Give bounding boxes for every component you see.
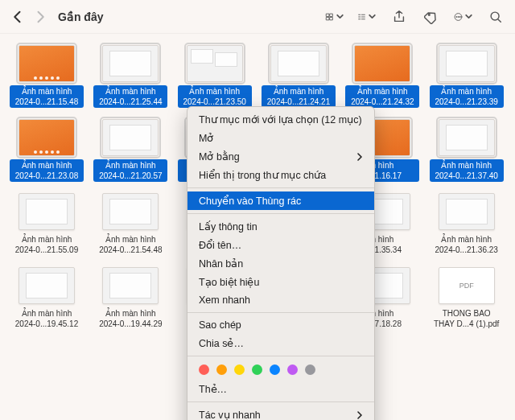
more-button[interactable] (454, 7, 473, 27)
svg-rect-2 (327, 17, 329, 19)
file-thumbnail[interactable] (270, 45, 327, 82)
menu-separator (187, 401, 374, 402)
menu-separator (187, 213, 374, 214)
menu-tags[interactable]: Thẻ… (187, 380, 374, 398)
menu-new-folder[interactable]: Thư mục mới với lựa chọn (12 mục) (187, 110, 374, 129)
tag-red[interactable] (199, 364, 209, 375)
file-thumbnail[interactable] (19, 267, 75, 304)
file-label: Ảnh màn hình2024-0...19.45.12 (10, 307, 84, 330)
file-item[interactable]: Ảnh màn hình2024-0...21.23.08 (8, 119, 85, 182)
file-thumbnail[interactable] (102, 45, 159, 82)
file-thumbnail[interactable]: PDF (439, 267, 495, 304)
menu-alias[interactable]: Tạo biệt hiệu (187, 273, 374, 291)
file-thumbnail[interactable] (439, 193, 495, 230)
share-button[interactable] (389, 7, 409, 27)
file-item[interactable]: Ảnh màn hình2024-0...21.36.23 (428, 193, 505, 256)
view-mode-button[interactable] (325, 7, 344, 27)
menu-move-to-trash[interactable]: Chuyển vào Thùng rác (187, 191, 374, 210)
file-label: Ảnh màn hình2024-0...21.36.23 (430, 233, 504, 256)
chevron-down-icon (368, 10, 377, 24)
file-item[interactable]: Ảnh màn hình2024-0...19.44.29 (92, 267, 169, 330)
menu-quick-actions[interactable]: Tác vụ nhanh (187, 406, 374, 420)
forward-button[interactable] (32, 9, 48, 25)
file-thumbnail[interactable] (19, 193, 75, 230)
svg-point-4 (428, 14, 430, 15)
svg-point-9 (491, 12, 499, 20)
file-item[interactable]: Ảnh màn hình2024-0...21.24.32 (344, 45, 421, 108)
file-thumbnail[interactable] (187, 45, 243, 82)
svg-rect-3 (330, 17, 332, 19)
file-item[interactable]: Ảnh màn hình2024-0...21.54.48 (92, 193, 169, 256)
tag-green[interactable] (252, 364, 262, 375)
tag-gray[interactable] (305, 364, 315, 375)
file-label: Ảnh màn hình2024-0...21.23.50 (178, 85, 252, 108)
file-thumbnail[interactable] (439, 45, 495, 82)
file-item[interactable]: Ảnh màn hình2024-0...21.20.57 (92, 119, 169, 182)
svg-point-6 (456, 16, 457, 17)
file-thumbnail[interactable] (439, 119, 495, 156)
file-label: Ảnh màn hình2024-0...21.23.08 (10, 159, 84, 182)
menu-duplicate[interactable]: Nhân bản (187, 254, 374, 273)
chevron-down-icon (336, 10, 344, 24)
file-item[interactable]: Ảnh màn hình2024-0...21.37.40 (428, 119, 505, 182)
window-title: Gần đây (58, 10, 103, 23)
file-label: THONG BAOTHAY D...4 (1).pdf (430, 307, 504, 330)
menu-quicklook[interactable]: Xem nhanh (187, 291, 374, 309)
menu-show-in-folder[interactable]: Hiển thị trong thư mục chứa (187, 166, 374, 184)
chevron-down-icon (464, 10, 473, 24)
svg-rect-0 (327, 14, 329, 16)
file-thumbnail[interactable] (102, 193, 159, 230)
tags-button[interactable] (422, 7, 441, 27)
menu-rename[interactable]: Đổi tên… (187, 236, 374, 254)
menu-separator (187, 187, 374, 188)
menu-share[interactable]: Chia sẻ… (187, 334, 374, 352)
file-label: Ảnh màn hình2024-0...21.24.32 (345, 85, 419, 108)
file-thumbnail[interactable] (102, 267, 159, 304)
file-label: Ảnh màn hình2024-0...19.44.29 (93, 307, 167, 330)
toolbar: Gần đây (0, 0, 515, 34)
chevron-right-icon (356, 153, 363, 161)
chevron-right-icon (356, 411, 363, 419)
search-button[interactable] (486, 7, 505, 27)
file-thumbnail[interactable] (19, 119, 75, 156)
tag-blue[interactable] (270, 364, 280, 375)
file-item[interactable]: Ảnh màn hình2024-0...19.45.12 (8, 267, 85, 330)
file-item[interactable]: Ảnh màn hình2024-0...21.25.44 (92, 45, 169, 108)
file-item[interactable]: PDFTHONG BAOTHAY D...4 (1).pdf (428, 267, 505, 330)
menu-tag-row[interactable] (187, 360, 374, 380)
file-label: Ảnh màn hình2024-0...21.25.44 (93, 85, 167, 108)
file-item[interactable]: Ảnh màn hình2024-0...21.15.48 (8, 45, 85, 108)
file-thumbnail[interactable] (19, 45, 75, 82)
menu-copy[interactable]: Sao chép (187, 316, 374, 334)
file-item[interactable]: Ảnh màn hình2024-0...21.24.21 (260, 45, 337, 108)
file-thumbnail[interactable] (102, 119, 159, 156)
back-button[interactable] (10, 9, 26, 25)
file-item[interactable]: Ảnh màn hình2024-0...21.55.09 (8, 193, 85, 256)
file-label: Ảnh màn hình2024-0...21.54.48 (93, 233, 167, 256)
tag-orange[interactable] (216, 364, 227, 375)
file-label: Ảnh màn hình2024-0...21.20.57 (93, 159, 167, 182)
tag-yellow[interactable] (234, 364, 245, 375)
context-menu: Thư mục mới với lựa chọn (12 mục) Mở Mở … (187, 106, 375, 420)
svg-rect-1 (330, 14, 332, 16)
tag-purple[interactable] (287, 364, 298, 375)
svg-point-7 (458, 16, 459, 17)
file-label: Ảnh màn hình2024-0...21.15.48 (10, 85, 84, 108)
file-label: Ảnh màn hình2024-0...21.37.40 (430, 159, 504, 182)
file-label: Ảnh màn hình2024-0...21.23.39 (430, 85, 504, 108)
menu-separator (187, 312, 374, 313)
menu-open[interactable]: Mở (187, 129, 374, 147)
group-button[interactable] (357, 7, 377, 27)
file-label: Ảnh màn hình2024-0...21.24.21 (262, 85, 336, 108)
menu-separator (187, 356, 374, 356)
file-item[interactable]: Ảnh màn hình2024-0...21.23.50 (176, 45, 253, 108)
svg-point-8 (459, 16, 460, 17)
file-thumbnail[interactable] (354, 45, 410, 82)
file-label: Ảnh màn hình2024-0...21.55.09 (10, 233, 84, 256)
menu-open-with[interactable]: Mở bằng (187, 147, 374, 166)
file-item[interactable]: Ảnh màn hình2024-0...21.23.39 (428, 45, 505, 108)
menu-get-info[interactable]: Lấy thông tin (187, 217, 374, 236)
